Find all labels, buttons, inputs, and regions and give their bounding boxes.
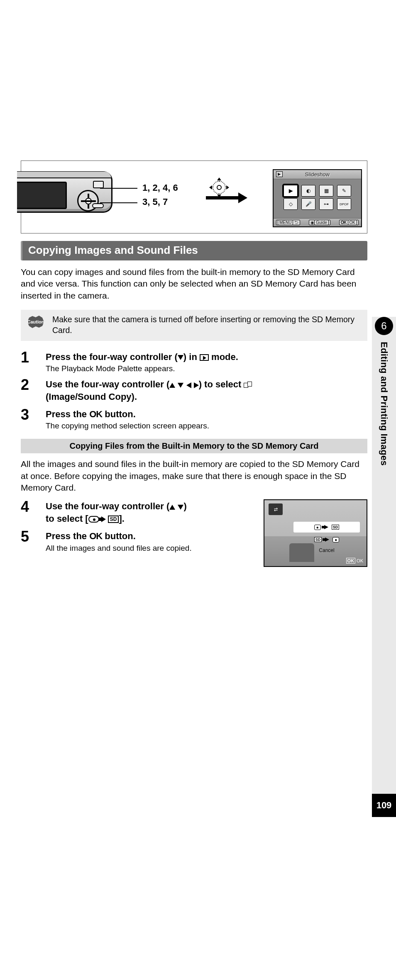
caution-text: Make sure that the camera is turned off … xyxy=(52,314,362,336)
copy-icon: ⇄ xyxy=(269,503,283,515)
subsection-heading: Copying Files from the Built-in Memory t… xyxy=(21,439,367,453)
lcd-menu-btn: MENU ⮌ xyxy=(276,220,300,225)
left-triangle-icon xyxy=(186,382,191,388)
palette-icon: ◇ xyxy=(284,198,298,210)
subsection-intro: All the images and sound files in the bu… xyxy=(21,458,367,494)
page-number: 109 xyxy=(372,794,396,817)
down-triangle-icon xyxy=(178,355,183,360)
arrow-right-icon xyxy=(206,193,247,202)
step-number: 2 xyxy=(21,377,46,403)
up-triangle-icon xyxy=(169,383,175,388)
image-sound-copy-icon xyxy=(244,382,252,388)
copy-menu-screenshot: ⇄ SD SD Cancel OK OK xyxy=(264,499,367,567)
chapter-side-tab: 6 Editing and Printing Images xyxy=(372,317,396,794)
palette-icon-slideshow: ▶ xyxy=(284,185,298,197)
step-1-desc: The Playback Mode Palette appears. xyxy=(46,364,367,373)
sd-card-icon: SD xyxy=(314,537,322,542)
lcd-title: Slideshow xyxy=(305,171,330,178)
section-heading: Copying Images and Sound Files xyxy=(21,241,367,260)
palette-icon: ◐ xyxy=(301,185,315,197)
chapter-title: Editing and Printing Images xyxy=(379,342,389,466)
chapter-number-badge: 6 xyxy=(375,317,393,335)
lcd-palette-screenshot: ▶ Slideshow ▶ ◐ ▦ ✎ ◇ 🎤 ⊶ DPOF MENU ⮌ xyxy=(273,169,362,227)
steps-group-a: 1 Press the four-way controller () in mo… xyxy=(21,350,367,431)
arrow-right-icon xyxy=(324,525,328,529)
overview-figure: 1, 2, 4, 6 3, 5, 7 ▶ Slideshow ▶ ◐ ▦ ✎ xyxy=(21,160,367,233)
step-4-title: Use the four-way controller ( ) ) to sel… xyxy=(46,500,258,525)
step-3: 3 Press the OK button. The copying metho… xyxy=(21,407,367,431)
step-label-bottom: 3, 5, 7 xyxy=(142,197,168,207)
step-2-title: Use the four-way controller ( ) to selec… xyxy=(46,378,367,403)
step-1: 1 Press the four-way controller () in mo… xyxy=(21,350,367,374)
step-number: 3 xyxy=(21,407,46,431)
screenshot-ok-indicator: OK OK xyxy=(346,558,363,564)
palette-icon: ✎ xyxy=(337,185,351,197)
copy-option-internal-to-sd: SD xyxy=(293,522,360,533)
step-4: 4 Use the four-way controller ( ) ) to s… xyxy=(21,499,258,525)
step-number: 5 xyxy=(21,529,46,553)
lcd-guide-btn: ◉Guide xyxy=(309,220,330,225)
step-5-desc: All the images and sound files are copie… xyxy=(46,544,258,553)
caution-box: Caution Make sure that the camera is tur… xyxy=(21,310,367,341)
internal-memory-icon xyxy=(88,516,99,523)
step-label-top: 1, 2, 4, 6 xyxy=(142,182,178,193)
down-triangle-icon xyxy=(178,505,183,510)
down-triangle-icon xyxy=(178,383,183,388)
step-number: 4 xyxy=(21,499,46,525)
step-1-title: Press the four-way controller () in mode… xyxy=(46,351,367,363)
palette-icon: ⊶ xyxy=(319,198,333,210)
step-5-title: Press the OK button. xyxy=(46,530,258,542)
section-intro: You can copy images and sound files from… xyxy=(21,266,367,302)
step-3-title: Press the OK button. xyxy=(46,408,367,421)
palette-icon: DPOF xyxy=(337,198,351,210)
palette-icon: ▦ xyxy=(319,185,333,197)
playback-mode-icon xyxy=(200,354,209,361)
caution-icon: Caution xyxy=(24,314,47,330)
right-triangle-icon xyxy=(194,382,199,388)
step-number: 1 xyxy=(21,350,46,374)
step-2: 2 Use the four-way controller ( ) to sel… xyxy=(21,377,367,403)
copy-option-sd-to-internal: SD xyxy=(293,534,360,545)
sd-card-icon: SD xyxy=(108,516,119,523)
internal-memory-icon xyxy=(314,525,321,530)
up-triangle-icon xyxy=(169,505,175,510)
arrow-right-icon xyxy=(101,516,106,522)
sd-card-icon: SD xyxy=(332,525,340,530)
camera-illustration xyxy=(17,167,125,217)
steps-group-b: 4 Use the four-way controller ( ) ) to s… xyxy=(21,499,367,567)
playback-icon: ▶ xyxy=(276,171,283,177)
arrow-right-icon xyxy=(325,537,329,542)
palette-icon: 🎤 xyxy=(301,198,315,210)
copy-option-cancel: Cancel xyxy=(293,545,360,556)
page-content: 1, 2, 4, 6 3, 5, 7 ▶ Slideshow ▶ ◐ ▦ ✎ xyxy=(21,160,367,567)
lcd-ok-btn: OK OK xyxy=(339,220,359,225)
internal-memory-icon xyxy=(332,537,339,542)
step-5: 5 Press the OK button. All the images an… xyxy=(21,529,258,553)
step-3-desc: The copying method selection screen appe… xyxy=(46,421,367,430)
